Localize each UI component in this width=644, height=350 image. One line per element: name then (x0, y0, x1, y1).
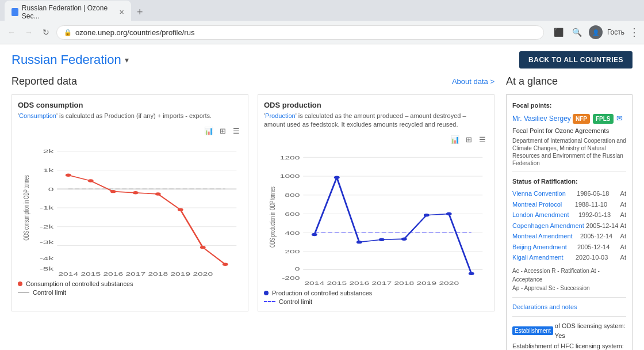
consumption-desc: 'Consumption' is calculated as Productio… (18, 112, 242, 120)
legend-production: Production of controlled substances (264, 290, 488, 296)
svg-text:2017: 2017 (371, 280, 392, 286)
back-nav-btn[interactable]: ← (5, 25, 18, 39)
menu-dots-btn[interactable]: ⋮ (629, 26, 639, 39)
main-layout: Reported data About data > ODS consumpti… (0, 75, 644, 350)
montreal-protocol-link[interactable]: Montreal Protocol (512, 200, 562, 210)
consumption-link[interactable]: Consumption (19, 112, 56, 119)
glance-card: Focal points: Mr. Vasiliev Sergey NFP FP… (506, 94, 632, 350)
production-title: ODS production (264, 101, 488, 109)
svg-text:2018: 2018 (394, 280, 414, 286)
establishment-ods-row: Establishment of ODS licensing system: Y… (512, 321, 626, 340)
legend-control-limit-1: Control limit (18, 289, 242, 296)
search-btn[interactable]: 🔍 (570, 25, 584, 39)
montreal-date: 1988-11-10 (575, 200, 607, 210)
production-legend-label: Production of controlled substances (272, 290, 372, 296)
svg-point-19 (155, 193, 161, 196)
svg-text:-200: -200 (282, 275, 300, 281)
svg-text:1200: 1200 (280, 155, 300, 161)
svg-text:ODS consumption in ODP tonnes: ODS consumption in ODP tonnes (22, 175, 30, 241)
consumption-chart-area: 2k 1k 0 -1k -2k -3k -4k -5k (18, 139, 242, 277)
consumption-legend: Consumption of controlled substances Con… (18, 280, 242, 296)
new-tab-btn[interactable]: + (133, 6, 147, 18)
prod-menu-btn[interactable]: ☰ (477, 134, 488, 146)
tab-title: Russian Federation | Ozone Sec... (22, 4, 111, 20)
svg-text:2018: 2018 (148, 272, 168, 277)
url-bar[interactable]: 🔒 ozone.unep.org/countries/profile/rus (56, 25, 544, 40)
consumption-title: ODS consumption (18, 101, 242, 109)
svg-text:400: 400 (285, 230, 300, 236)
lock-icon: 🔒 (64, 29, 72, 36)
vienna-convention-link[interactable]: Vienna Convention (512, 189, 566, 199)
divider-2 (512, 297, 626, 298)
production-toolbar: 📊 ⊞ ☰ (264, 134, 488, 146)
tab-close-btn[interactable]: ✕ (119, 9, 124, 16)
reported-data-title: Reported data (12, 75, 77, 88)
declarations-link[interactable]: Declarations and notes (512, 303, 577, 310)
treaty-copenhagen: Copenhagen Amendment 2005-12-14 At (512, 220, 626, 231)
browser-actions: ⬛ 🔍 👤 Гость ⋮ (552, 25, 639, 39)
table-btn[interactable]: ⊞ (217, 125, 228, 136)
active-tab[interactable]: Russian Federation | Ozone Sec... ✕ (5, 1, 131, 24)
avatar[interactable]: 👤 (589, 25, 603, 39)
focal-info: Mr. Vasiliev Sergey NFP FPLS ✉ (512, 113, 626, 124)
svg-text:2014: 2014 (304, 280, 324, 286)
production-svg: 1200 1000 800 600 400 200 0 -200 (264, 148, 488, 286)
svg-text:2k: 2k (43, 149, 55, 155)
glance-section: At a glance Focal points: Mr. Vasiliev S… (506, 75, 632, 350)
bar-chart-btn[interactable]: 📊 (203, 125, 214, 136)
svg-point-21 (200, 246, 206, 249)
svg-text:200: 200 (285, 249, 300, 254)
montreal-amendment-date: 2005-12-14 (580, 231, 612, 241)
control-limit-label-2: Control limit (279, 298, 312, 305)
svg-point-16 (88, 180, 94, 182)
svg-text:-4k: -4k (40, 255, 54, 261)
copenhagen-amendment-link[interactable]: Copenhagen Amendment (512, 221, 584, 231)
email-icon[interactable]: ✉ (616, 114, 623, 123)
about-data-link[interactable]: About data > (452, 77, 494, 86)
production-link[interactable]: Production (265, 112, 296, 119)
kigali-amendment-link[interactable]: Kigali Amendment (512, 253, 564, 262)
treaty-vienna: Vienna Convention 1986-06-18 At (512, 188, 626, 199)
svg-text:2017: 2017 (125, 272, 145, 277)
divider-1 (512, 172, 626, 172)
montreal-amendment-link[interactable]: Montreal Amendment (512, 231, 573, 241)
svg-text:2019: 2019 (170, 272, 190, 277)
focal-role: Focal Point for Ozone Agreements (512, 126, 626, 136)
cast-btn[interactable]: ⬛ (552, 25, 566, 39)
ratification-label: Status of Ratification: (512, 177, 626, 187)
refresh-btn[interactable]: ↻ (39, 25, 53, 39)
avatar-icon: 👤 (592, 29, 599, 36)
svg-text:2014: 2014 (58, 272, 78, 277)
prod-table-btn[interactable]: ⊞ (463, 134, 474, 146)
london-amendment-link[interactable]: London Amendment (512, 210, 569, 220)
beijing-amendment-link[interactable]: Beijing Amendment (512, 242, 567, 252)
svg-text:0: 0 (295, 266, 300, 272)
tab-bar: Russian Federation | Ozone Sec... ✕ + (0, 0, 644, 21)
svg-point-52 (379, 238, 385, 241)
svg-text:2015: 2015 (327, 280, 347, 286)
reported-section: Reported data About data > ODS consumpti… (12, 75, 494, 350)
ods-production-chart: ODS production 'Production' is calculate… (258, 94, 494, 311)
country-dropdown-btn[interactable]: ▾ (125, 55, 129, 64)
ods-licensing-text: of ODS licensing system: Yes (555, 321, 626, 340)
control-limit-label-1: Control limit (33, 289, 66, 296)
kigali-date: 2020-10-03 (576, 253, 608, 262)
beijing-date: 2005-12-14 (577, 242, 610, 252)
treaty-montreal: Montreal Protocol 1988-11-10 At (512, 199, 626, 210)
divider-3 (512, 316, 626, 317)
hfc-licensing-row: Establishment of HFC licensing system: Y… (512, 341, 626, 350)
svg-text:-3k: -3k (40, 239, 54, 246)
forward-nav-btn[interactable]: → (22, 25, 36, 39)
svg-point-22 (223, 263, 228, 266)
production-dot-icon (264, 291, 269, 295)
london-type: At (620, 210, 626, 220)
establishment-badge: Establishment (512, 326, 553, 335)
tab-favicon (12, 8, 18, 16)
menu-btn[interactable]: ☰ (231, 125, 242, 136)
production-chart-area: 1200 1000 800 600 400 200 0 -200 (264, 148, 488, 286)
svg-text:-5k: -5k (40, 266, 54, 272)
prod-bar-chart-btn[interactable]: 📊 (449, 134, 461, 146)
back-to-countries-btn[interactable]: BACK TO ALL COUNTRIES (519, 51, 632, 69)
svg-point-18 (133, 191, 139, 194)
treaty-kigali: Kigali Amendment 2020-10-03 At (512, 252, 626, 263)
